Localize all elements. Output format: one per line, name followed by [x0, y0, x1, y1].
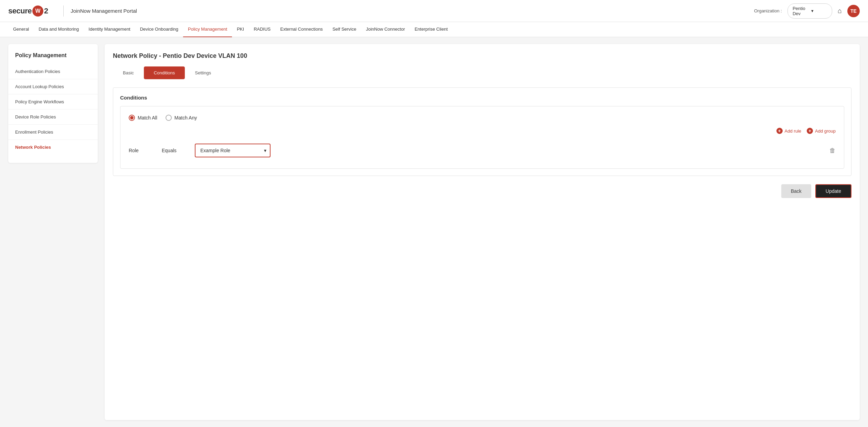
- match-any-option[interactable]: Match Any: [166, 115, 197, 121]
- match-any-radio[interactable]: [166, 115, 172, 121]
- org-label: Organization :: [754, 8, 782, 13]
- actions-row: + Add rule + Add group: [129, 128, 836, 134]
- nav-item-policy-management[interactable]: Policy Management: [183, 22, 232, 37]
- add-group-button[interactable]: + Add group: [807, 128, 836, 134]
- user-avatar[interactable]: TE: [847, 5, 860, 17]
- sidebar-item-policy-engine-workflows[interactable]: Policy Engine Workflows: [8, 94, 98, 110]
- nav-item-data-monitoring[interactable]: Data and Monitoring: [34, 22, 84, 37]
- match-all-option[interactable]: Match All: [129, 115, 157, 121]
- match-all-radio[interactable]: [129, 115, 135, 121]
- tabs: Basic Conditions Settings: [113, 66, 851, 79]
- rule-value-select[interactable]: Example Role Admin Role Guest Role User …: [195, 144, 271, 157]
- nav-item-joinnow-connector[interactable]: JoinNow Connector: [361, 22, 410, 37]
- org-dropdown-icon: ▾: [811, 8, 827, 13]
- nav-item-pki[interactable]: PKI: [232, 22, 249, 37]
- rule-field-label: Role: [129, 148, 156, 153]
- logo-badge: W: [32, 6, 43, 17]
- nav-item-general[interactable]: General: [8, 22, 34, 37]
- rule-condition-label: Equals: [162, 148, 189, 153]
- page-title: Network Policy - Pentio Dev Device VLAN …: [113, 52, 851, 60]
- sidebar-item-account-lookup-policies[interactable]: Account Lookup Policies: [8, 79, 98, 94]
- nav-item-external-connections[interactable]: External Connections: [275, 22, 328, 37]
- portal-title: JoinNow Management Portal: [71, 8, 137, 14]
- nav-item-radius[interactable]: RADIUS: [249, 22, 275, 37]
- header-right: Organization : Pentio Dev ▾ ⌂ TE: [754, 3, 860, 19]
- logo-num: 2: [44, 7, 48, 15]
- tab-conditions[interactable]: Conditions: [144, 66, 185, 79]
- page: Policy Management Authentication Policie…: [0, 37, 868, 427]
- conditions-section: Conditions Match All Match Any: [113, 87, 851, 176]
- sidebar-item-enrollment-policies[interactable]: Enrollment Policies: [8, 125, 98, 140]
- sidebar-item-device-role-policies[interactable]: Device Role Policies: [8, 110, 98, 125]
- update-button[interactable]: Update: [815, 184, 851, 198]
- nav-item-enterprise-client[interactable]: Enterprise Client: [410, 22, 453, 37]
- nav-item-identity-management[interactable]: Identity Management: [84, 22, 135, 37]
- org-select[interactable]: Pentio Dev ▾: [787, 3, 832, 19]
- back-button[interactable]: Back: [781, 184, 811, 198]
- logo: secure W 2: [8, 6, 48, 17]
- rule-value-wrapper: Example Role Admin Role Guest Role User …: [195, 144, 271, 157]
- main-nav: General Data and Monitoring Identity Man…: [0, 22, 868, 37]
- rule-row: Role Equals Example Role Admin Role Gues…: [129, 141, 836, 160]
- logo-text: secure: [8, 7, 32, 15]
- main-content: Network Policy - Pentio Dev Device VLAN …: [105, 44, 860, 420]
- home-icon[interactable]: ⌂: [838, 7, 842, 15]
- delete-rule-button[interactable]: 🗑: [829, 147, 836, 154]
- match-row: Match All Match Any: [129, 115, 836, 121]
- org-name: Pentio Dev: [793, 6, 808, 16]
- add-group-label: Add group: [815, 128, 836, 134]
- sidebar-item-authentication-policies[interactable]: Authentication Policies: [8, 64, 98, 79]
- add-rule-icon: +: [776, 128, 783, 134]
- add-rule-button[interactable]: + Add rule: [776, 128, 801, 134]
- add-group-icon: +: [807, 128, 813, 134]
- header: secure W 2 JoinNow Management Portal Org…: [0, 0, 868, 22]
- tab-settings[interactable]: Settings: [185, 66, 221, 79]
- tab-basic[interactable]: Basic: [113, 66, 144, 79]
- nav-item-device-onboarding[interactable]: Device Onboarding: [135, 22, 183, 37]
- match-all-label: Match All: [138, 115, 157, 121]
- bottom-actions: Back Update: [113, 184, 851, 198]
- sidebar-item-network-policies[interactable]: Network Policies: [8, 140, 98, 155]
- nav-item-self-service[interactable]: Self Service: [328, 22, 361, 37]
- sidebar: Policy Management Authentication Policie…: [8, 44, 98, 163]
- conditions-title: Conditions: [120, 95, 844, 101]
- match-any-label: Match Any: [174, 115, 197, 121]
- conditions-inner: Match All Match Any + Add rule +: [120, 106, 844, 169]
- sidebar-title: Policy Management: [8, 52, 98, 64]
- add-rule-label: Add rule: [785, 128, 801, 134]
- header-divider: [63, 6, 64, 17]
